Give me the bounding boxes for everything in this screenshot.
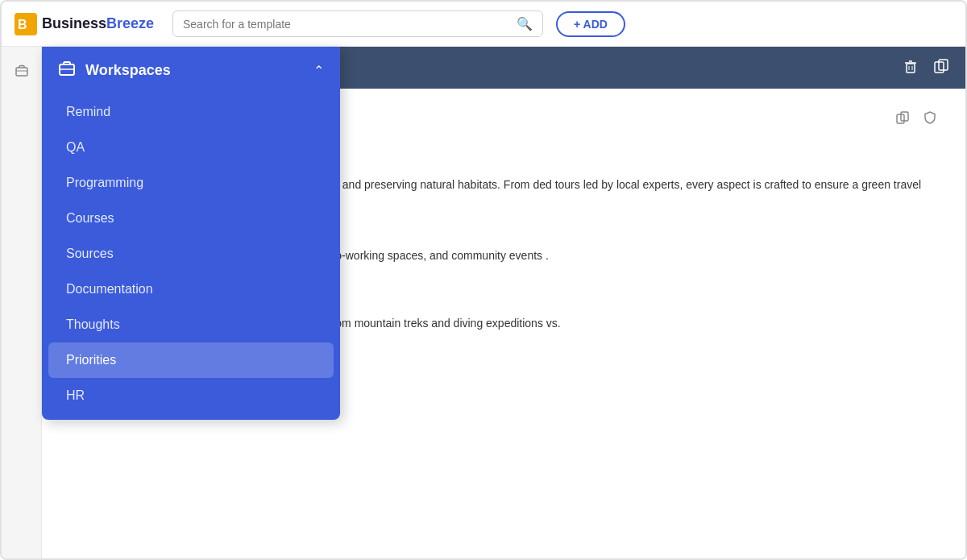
menu-item-sources[interactable]: Sources	[48, 236, 334, 272]
delete-icon[interactable]	[899, 55, 922, 81]
search-icon: 🔍	[517, 16, 533, 31]
chevron-up-icon: ⌃	[313, 63, 324, 78]
main-layout: Workspaces ⌃ Remind QA Programming Cours…	[2, 47, 965, 560]
copy-icon	[933, 58, 949, 74]
menu-item-programming[interactable]: Programming	[48, 165, 334, 201]
svg-rect-2	[16, 68, 27, 76]
app-logo: B BusinessBreeze	[15, 13, 160, 35]
briefcase-icon	[15, 64, 29, 78]
workspaces-title: Workspaces	[85, 62, 304, 79]
menu-item-hr[interactable]: HR	[48, 378, 334, 413]
svg-text:B: B	[18, 18, 27, 31]
doc-header-actions	[899, 55, 952, 81]
menu-item-remind[interactable]: Remind	[48, 94, 334, 130]
menu-item-documentation[interactable]: Documentation	[48, 272, 334, 307]
menu-item-thoughts[interactable]: Thoughts	[48, 307, 334, 342]
briefcase-header-icon	[58, 60, 76, 77]
copy-small-icon	[896, 111, 909, 124]
workspaces-header-icon	[58, 60, 76, 81]
sidebar-narrow	[2, 47, 42, 560]
logo-icon: B	[15, 13, 37, 35]
doc-settings-icon[interactable]	[920, 108, 940, 131]
trash-icon	[903, 58, 919, 74]
menu-item-qa[interactable]: QA	[48, 130, 334, 165]
add-button[interactable]: + ADD	[556, 11, 625, 37]
app-header: B BusinessBreeze 🔍 + ADD	[2, 2, 965, 47]
search-input[interactable]	[183, 18, 517, 31]
shield-icon	[923, 111, 936, 124]
duplicate-icon[interactable]	[930, 55, 952, 81]
logo-text: BusinessBreeze	[42, 15, 154, 32]
menu-item-priorities[interactable]: Priorities	[48, 342, 334, 378]
doc-copy-icon[interactable]	[893, 108, 912, 131]
menu-item-courses[interactable]: Courses	[48, 201, 334, 236]
svg-rect-6	[907, 64, 915, 73]
search-bar[interactable]: 🔍	[172, 10, 543, 37]
workspaces-menu: Workspaces ⌃ Remind QA Programming Cours…	[42, 47, 340, 420]
workspaces-header: Workspaces ⌃	[42, 47, 340, 94]
sidebar-narrow-workspaces[interactable]	[7, 56, 36, 85]
